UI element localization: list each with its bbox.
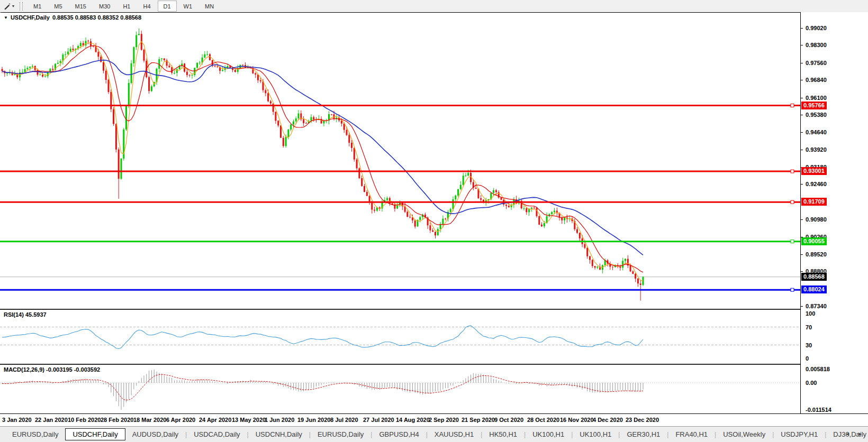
chart-tab-usdchf-daily[interactable]: USDCHF,Daily (65, 428, 125, 440)
chart-title: ▼ USDCHF,Daily 0.88535 0.88583 0.88352 0… (4, 14, 141, 21)
ma-slow-line (2, 60, 643, 255)
chart-tab-ger30-h1[interactable]: GER30,H1 (620, 429, 667, 440)
level-price-label: 0.88024 (801, 286, 827, 293)
price-tick-mark (801, 28, 803, 29)
chart-tab-fra40-h1[interactable]: FRA40,H1 (668, 429, 715, 440)
date-axis-label: 28 Oct 2020 (527, 417, 559, 423)
date-axis-label: 10 Feb 2020 (68, 417, 101, 423)
price-tick-label: 0.92460 (806, 181, 827, 187)
timeframe-button-d1[interactable]: D1 (158, 1, 177, 12)
date-axis-label: 23 Dec 2020 (626, 417, 659, 423)
tab-scroll-arrows: ◄ ► (845, 431, 863, 437)
date-axis-label: 1 Jun 2020 (265, 417, 294, 423)
drawing-tool-icon[interactable] (2, 2, 12, 11)
rsi-axis-label: 100 (806, 310, 815, 317)
macd-histogram (2, 370, 643, 410)
price-tick-mark (801, 184, 803, 185)
date-axis-label: 19 Jun 2020 (297, 417, 330, 423)
price-tick-mark (801, 115, 803, 115)
date-axis-label: 22 Jan 2020 (35, 417, 68, 423)
price-tick-mark (801, 306, 803, 307)
rsi-axis-label: 70 (806, 324, 812, 330)
macd-axis-label: 0.00 (806, 380, 817, 386)
level-price-label: 0.91709 (801, 198, 827, 206)
date-axis-label: 14 Aug 2020 (396, 417, 430, 423)
timeframe-button-m1[interactable]: M1 (28, 1, 47, 12)
timeframe-button-m5[interactable]: M5 (48, 1, 68, 12)
macd-indicator-label: MACD(12,26,9) -0.003195 -0.003592 (4, 366, 100, 373)
top-toolbar: ▾ M1M5M15M30H1H4D1W1MN (0, 0, 868, 12)
chart-tabs-bar: EURUSD,DailyUSDCHF,DailyAUDUSD,Daily|USD… (0, 426, 868, 442)
price-tick-mark (801, 271, 803, 272)
chart-ohlc-values: 0.88535 0.88583 0.88352 0.88568 (52, 14, 141, 21)
chart-tabs-strip: EURUSD,DailyUSDCHF,DailyAUDUSD,Daily|USD… (0, 427, 868, 442)
chart-tab-usdcad-daily[interactable]: USDCAD,Daily (187, 429, 247, 440)
price-tick-label: 0.98300 (806, 42, 827, 48)
price-tick-mark (801, 150, 803, 150)
chart-tab-xauusd-h1[interactable]: XAUUSD,H1 (428, 429, 481, 440)
chart-tab-gbpusd-h4[interactable]: GBPUSD,H4 (372, 429, 426, 440)
date-axis-label: 27 Jul 2020 (363, 417, 394, 423)
rsi-axis-label: 0 (806, 355, 809, 362)
chart-tab-eurusd-daily[interactable]: EURUSD,Daily (5, 429, 65, 440)
tab-scroll-right-icon[interactable]: ► (857, 431, 863, 437)
chart-tab-audusd-daily[interactable]: AUDUSD,Daily (125, 429, 185, 440)
price-tick-mark (801, 219, 803, 220)
date-axis-label: 8 Jul 2020 (330, 417, 358, 423)
price-tick-label: 0.89520 (806, 251, 827, 257)
macd-svg (0, 365, 800, 413)
date-axis-label: 13 May 2020 (232, 417, 266, 423)
chart-tab-uk100-h1[interactable]: UK100,H1 (526, 429, 571, 440)
chart-symbol-label: USDCHF,Daily (11, 14, 50, 21)
chart-tab-uk100-h1[interactable]: UK100,H1 (573, 429, 618, 440)
price-chart-svg (0, 13, 800, 309)
price-tick-label: 0.97560 (806, 60, 827, 66)
date-axis-label: 21 Sep 2020 (462, 417, 495, 423)
price-tick-mark (801, 45, 803, 45)
timeframe-button-h4[interactable]: H4 (137, 1, 156, 12)
chart-collapse-icon[interactable]: ▼ (4, 15, 8, 20)
price-tick-label: 0.90980 (806, 216, 827, 223)
macd-signal-line (2, 374, 643, 400)
timeframe-button-m30[interactable]: M30 (93, 1, 116, 12)
price-tick-label: 0.96100 (806, 95, 827, 101)
chart-tab-eurusd-daily[interactable]: EURUSD,Daily (311, 429, 370, 440)
price-tick-label: 0.95380 (806, 112, 827, 118)
rsi-indicator-pane (0, 310, 800, 364)
date-axis[interactable]: 3 Jan 202022 Jan 202010 Feb 202028 Feb 2… (0, 414, 868, 426)
toolbar-grip (20, 2, 23, 11)
date-axis-label: 3 Jan 2020 (2, 417, 32, 423)
chart-tab-usoil-weekly[interactable]: USOil,Weekly (716, 429, 772, 440)
support-resistance-lines[interactable] (0, 104, 800, 292)
date-axis-label: 2 Sep 2020 (429, 417, 459, 423)
timeframe-button-m15[interactable]: M15 (69, 1, 92, 12)
rsi-svg (0, 310, 800, 364)
tool-dropdown-icon[interactable]: ▾ (12, 4, 14, 8)
price-tick-mark (801, 254, 803, 255)
candle-bodies (2, 34, 644, 285)
rsi-indicator-label: RSI(14) 45.5937 (4, 311, 47, 318)
date-axis-label: 18 Mar 2020 (133, 417, 166, 423)
date-axis-label: 24 Apr 2020 (199, 417, 231, 423)
price-tick-mark (801, 63, 803, 63)
price-tick-label: 0.93920 (806, 146, 827, 153)
tab-scroll-left-icon[interactable]: ◄ (845, 431, 850, 437)
timeframe-button-h1[interactable]: H1 (117, 1, 136, 12)
price-axis-column[interactable]: 0.990200.983000.975600.968400.961000.953… (801, 12, 868, 413)
chart-tab-usdjpy-h1[interactable]: USDJPY,H1 (774, 429, 825, 440)
date-axis-label: 6 Apr 2020 (166, 417, 195, 423)
date-axis-label: 9 Oct 2020 (494, 417, 523, 423)
timeframe-button-mn[interactable]: MN (199, 1, 220, 12)
chart-tab-hk50-h1[interactable]: HK50,H1 (482, 429, 524, 440)
chart-tab-usdcnh-daily[interactable]: USDCNH,Daily (249, 429, 309, 440)
timeframe-button-w1[interactable]: W1 (178, 1, 198, 12)
rsi-line (2, 326, 643, 349)
candle-wicks (2, 29, 643, 301)
level-price-label: 0.95766 (801, 102, 827, 109)
price-tick-label: 0.99020 (806, 25, 827, 31)
level-price-label: 0.93001 (801, 167, 827, 175)
date-axis-label: 4 Dec 2020 (593, 417, 623, 423)
main-price-pane (0, 13, 800, 309)
date-axis-label: 16 Nov 2020 (560, 417, 594, 423)
current-price-label: 0.88568 (801, 273, 827, 281)
